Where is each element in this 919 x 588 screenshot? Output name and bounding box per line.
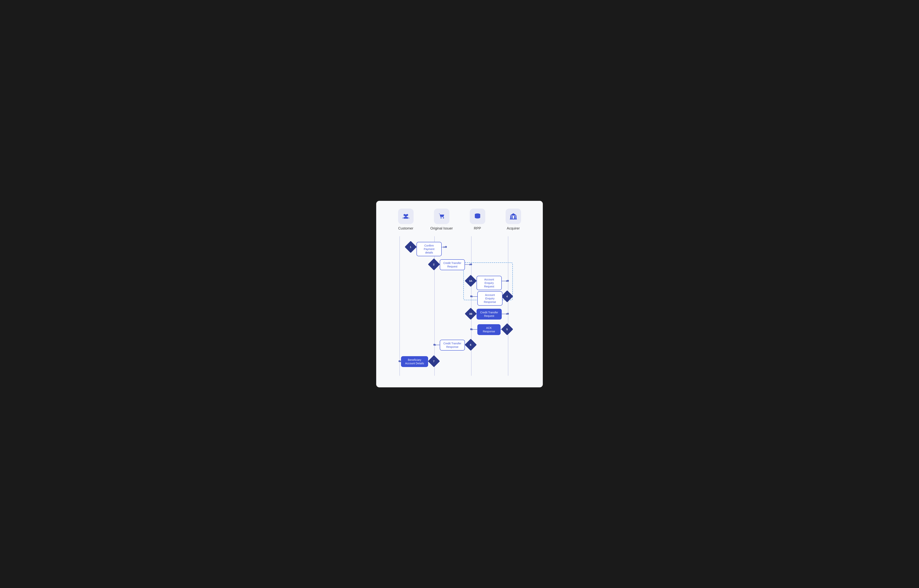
badge-3a-label: 3A <box>469 279 472 282</box>
svg-rect-11 <box>510 219 517 220</box>
badge-4-label: 4 <box>506 295 508 298</box>
badge-5: 5 <box>501 323 513 335</box>
badge-6-label: 6 <box>470 343 471 346</box>
msg-4: Account Enquiry Response <box>477 291 502 306</box>
badge-5-label: 5 <box>506 328 508 331</box>
dot-7 <box>399 360 401 362</box>
vline-customer <box>399 236 400 376</box>
rpp-label: RPP <box>474 226 481 231</box>
rpp-icon-bg <box>470 208 485 224</box>
dot-4 <box>470 296 472 297</box>
vline-rpp <box>471 236 472 376</box>
badge-3b-label: 3B <box>469 312 472 315</box>
customer-label: Customer <box>398 226 413 231</box>
customer-icon-bg <box>398 208 413 224</box>
actor-original-issuer: Original Issuer <box>430 208 453 231</box>
msg-2: Credit Transfer Request <box>440 259 465 270</box>
msg-3b: Credit Transfer Request <box>476 309 502 320</box>
badge-1: 1 <box>405 241 417 253</box>
dot-1 <box>445 246 447 248</box>
dot-2 <box>470 263 472 265</box>
diagram-container: Customer Original Issuer R <box>376 201 543 387</box>
dot-6 <box>433 344 435 346</box>
actor-rpp: RPP <box>466 208 489 231</box>
svg-rect-8 <box>514 216 515 219</box>
msg-1: Confirm Payment details <box>417 242 442 257</box>
msg-3a: Account Enquiry Request <box>476 276 502 290</box>
msg-6: Credit Transfer Response <box>440 340 465 351</box>
actors-row: Customer Original Issuer R <box>388 208 531 231</box>
acquirer-label: Acquirer <box>507 226 520 231</box>
svg-point-2 <box>405 215 407 217</box>
bank-icon <box>509 212 517 220</box>
svg-rect-9 <box>515 216 517 219</box>
badge-2-label: 2 <box>433 263 434 266</box>
vline-original-issuer <box>434 236 435 376</box>
badge-3b: 3B <box>465 308 477 320</box>
users-icon <box>402 212 410 220</box>
original-issuer-label: Original Issuer <box>430 226 453 231</box>
svg-rect-6 <box>510 216 511 219</box>
svg-rect-7 <box>512 216 513 219</box>
actor-customer: Customer <box>394 208 417 231</box>
badge-2: 2 <box>428 258 440 270</box>
badge-6: 6 <box>465 339 477 351</box>
msg-7: Beneficiary Account Details <box>401 356 428 367</box>
svg-point-3 <box>441 217 442 218</box>
svg-point-4 <box>443 217 444 218</box>
dot-5 <box>470 328 472 330</box>
original-issuer-icon-bg <box>434 208 449 224</box>
acquirer-icon-bg <box>506 208 521 224</box>
msg-5: ACK Response <box>477 324 501 335</box>
badge-1-label: 1 <box>410 246 411 248</box>
swimlane-area: 1 Confirm Payment details 2 Credit Trans… <box>388 236 531 376</box>
dot-3b <box>507 313 509 315</box>
database-icon <box>474 212 481 220</box>
badge-7: 7 <box>428 355 440 367</box>
svg-marker-10 <box>510 213 517 216</box>
vline-acquirer <box>508 236 508 376</box>
dot-3a <box>507 280 509 282</box>
cart-icon <box>438 212 446 220</box>
actor-acquirer: Acquirer <box>502 208 525 231</box>
badge-7-label: 7 <box>433 360 434 363</box>
